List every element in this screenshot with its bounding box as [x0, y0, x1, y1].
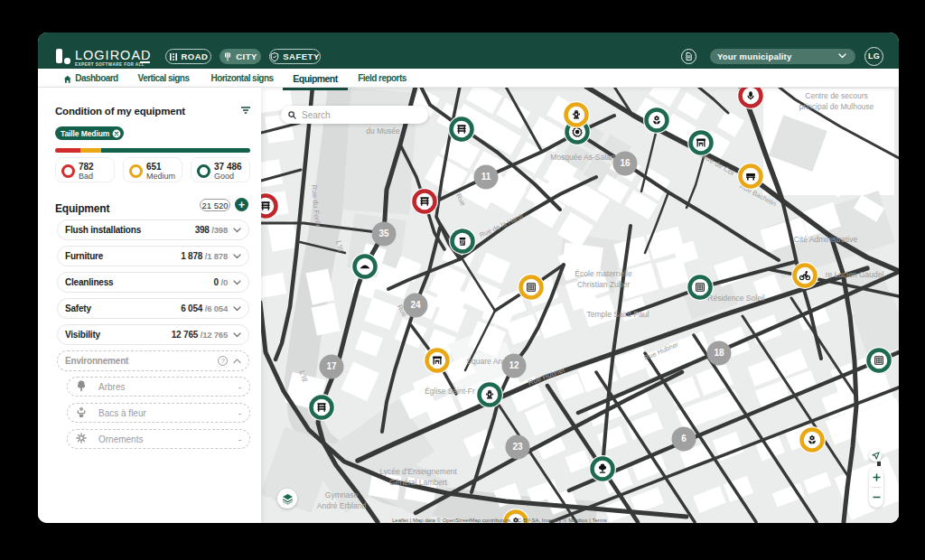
svg-text:16: 16 — [620, 158, 631, 168]
svg-text:Général Lambert: Général Lambert — [389, 478, 447, 487]
svg-text:17: 17 — [326, 361, 337, 371]
svg-text:11: 11 — [481, 172, 491, 182]
svg-text:Lycée d'Enseignement: Lycée d'Enseignement — [379, 467, 457, 476]
svg-text:Centre de secours: Centre de secours — [805, 91, 867, 100]
svg-text:Mosquée As-Salam: Mosquée As-Salam — [550, 153, 617, 162]
svg-text:24: 24 — [410, 300, 421, 310]
svg-text:Leaflet | Map data © OpenStree: Leaflet | Map data © OpenStreetMap contr… — [392, 518, 607, 523]
svg-text:principal de Mulhouse: principal de Mulhouse — [799, 102, 874, 111]
svg-text:Gymnase: Gymnase — [325, 490, 359, 499]
svg-text:Église Saint-Fr: Église Saint-Fr — [425, 387, 475, 396]
svg-text:12: 12 — [509, 360, 519, 370]
svg-text:Temple Saint-Paul: Temple Saint-Paul — [587, 310, 649, 319]
svg-text:André Erbland: André Erbland — [317, 501, 367, 510]
svg-text:6: 6 — [681, 434, 687, 443]
svg-text:35: 35 — [378, 229, 389, 238]
svg-text:re Lucien Gaudel: re Lucien Gaudel — [826, 270, 884, 279]
svg-text:Cité Administrative: Cité Administrative — [794, 235, 858, 244]
svg-text:du Musée: du Musée — [366, 126, 400, 135]
svg-text:18: 18 — [714, 348, 724, 358]
svg-text:École maternelle: École maternelle — [575, 269, 632, 278]
svg-text:23: 23 — [512, 442, 523, 452]
svg-text:Résidence Soleil: Résidence Soleil — [707, 294, 764, 303]
svg-text:Christian Zuber: Christian Zuber — [577, 280, 630, 289]
